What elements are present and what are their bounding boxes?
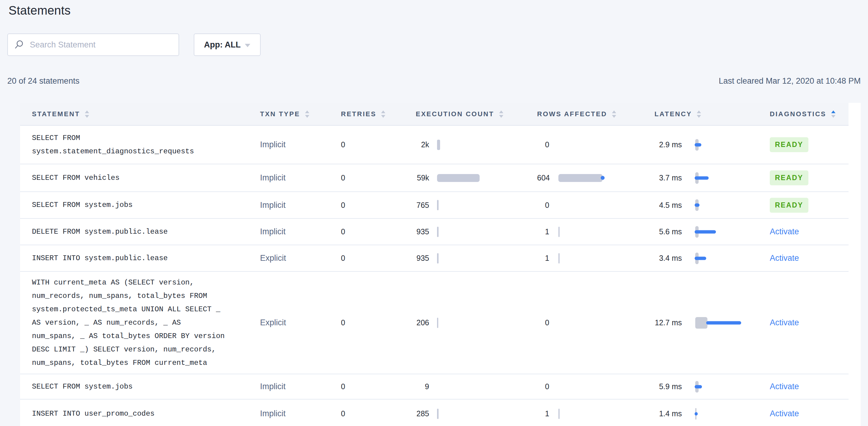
diagnostics-activate-link[interactable]: Activate <box>770 227 799 236</box>
column-header-execution-count[interactable]: EXECUTION COUNT <box>416 110 537 118</box>
latency-mean-bar <box>695 143 701 146</box>
rows-affected-cell: 0 <box>537 318 654 327</box>
column-header-rows-affected[interactable]: ROWS AFFECTED <box>537 110 654 118</box>
statements-page: Statements App: ALL 20 of 24 statements … <box>0 0 868 426</box>
latency-cell: 2.9 ms <box>654 138 770 152</box>
txn-type-cell: Implicit <box>260 227 341 237</box>
latency-value: 2.9 ms <box>654 140 682 149</box>
column-header-label: RETRIES <box>341 110 376 118</box>
execution-count-cell: 935 <box>416 227 537 237</box>
execution-count-bar <box>437 318 438 328</box>
latency-value: 3.7 ms <box>654 174 682 182</box>
diagnostics-cell: Activate <box>770 382 848 391</box>
execution-count-cell: 59k <box>416 174 537 182</box>
statement-text[interactable]: SELECT FROM system.statement_diagnostics… <box>32 131 226 158</box>
rows-affected-value: 0 <box>537 318 549 327</box>
sort-down-icon <box>697 115 701 118</box>
latency-cell: 1.4 ms <box>654 406 770 421</box>
rows-affected-bar <box>558 227 560 237</box>
statement-text[interactable]: SELECT FROM vehicles <box>32 171 120 185</box>
column-header-latency[interactable]: LATENCY <box>654 110 770 118</box>
search-statement-box[interactable] <box>7 33 179 56</box>
statement-cell: DELETE FROM system.public.lease <box>32 225 260 239</box>
latency-mean-bar <box>695 256 706 260</box>
retries-cell: 0 <box>341 409 416 418</box>
column-header-retries[interactable]: RETRIES <box>341 110 416 118</box>
statement-text[interactable]: SELECT FROM system.jobs <box>32 199 133 212</box>
retries-cell: 0 <box>341 174 416 182</box>
diagnostics-activate-link[interactable]: Activate <box>770 409 799 418</box>
latency-cell: 4.5 ms <box>654 198 770 212</box>
diagnostics-cell: Activate <box>770 318 848 327</box>
sort-arrows-icon <box>85 111 89 118</box>
statement-text[interactable]: INSERT INTO user_promo_codes <box>32 407 155 421</box>
sort-up-icon <box>85 111 89 113</box>
execution-count-value: 285 <box>416 409 429 418</box>
rows-affected-cell: 1 <box>537 253 654 264</box>
table-row: WITH current_meta AS (SELECT version, nu… <box>20 272 848 374</box>
execution-count-bar <box>437 253 439 264</box>
column-header-diagnostics[interactable]: DIAGNOSTICS <box>770 110 848 118</box>
txn-type-value: Implicit <box>260 201 286 210</box>
statement-text[interactable]: SELECT FROM system.jobs <box>32 380 133 393</box>
execution-count-bar <box>437 409 439 419</box>
search-input[interactable] <box>29 34 179 55</box>
column-header-txn-type[interactable]: TXN TYPE <box>260 110 341 118</box>
retries-value: 0 <box>341 227 345 236</box>
search-icon <box>14 39 24 50</box>
txn-type-cell: Implicit <box>260 409 341 418</box>
statement-text[interactable]: INSERT INTO system.public.lease <box>32 252 167 265</box>
diagnostics-cell: Activate <box>770 227 848 237</box>
diagnostics-ready-badge[interactable]: READY <box>770 137 808 152</box>
txn-type-value: Implicit <box>260 382 286 391</box>
txn-type-value: Implicit <box>260 140 286 149</box>
diagnostics-cell: Activate <box>770 253 848 263</box>
sort-arrows-icon <box>697 111 701 118</box>
rows-affected-cell: 0 <box>537 140 654 149</box>
table-row: INSERT INTO user_promo_codesImplicit0285… <box>20 399 848 426</box>
column-header-label: ROWS AFFECTED <box>537 110 607 118</box>
rows-affected-value: 1 <box>537 227 549 236</box>
diagnostics-ready-badge[interactable]: READY <box>770 171 808 185</box>
execution-count-bar <box>437 227 439 237</box>
latency-value: 5.9 ms <box>654 382 682 391</box>
rows-affected-value: 604 <box>537 174 549 182</box>
rows-affected-bar <box>558 409 560 419</box>
latency-cell: 5.6 ms <box>654 224 770 239</box>
latency-cell: 5.9 ms <box>654 379 770 394</box>
rows-affected-bar <box>558 253 560 264</box>
statement-text[interactable]: WITH current_meta AS (SELECT version, nu… <box>32 276 226 370</box>
diagnostics-activate-link[interactable]: Activate <box>770 253 799 263</box>
latency-barchart <box>695 315 744 330</box>
column-header-label: LATENCY <box>654 110 692 118</box>
rows-affected-bar <box>558 174 602 182</box>
latency-barchart <box>695 379 744 394</box>
retries-cell: 0 <box>341 382 416 391</box>
txn-type-value: Implicit <box>260 227 286 236</box>
toolbar: App: ALL <box>7 33 861 56</box>
diagnostics-cell: READY <box>770 137 848 152</box>
diagnostics-activate-link[interactable]: Activate <box>770 382 799 391</box>
app-filter-dropdown[interactable]: App: ALL <box>194 33 261 56</box>
diagnostics-activate-link[interactable]: Activate <box>770 318 799 327</box>
chevron-down-icon <box>245 44 250 47</box>
txn-type-cell: Explicit <box>260 318 341 327</box>
execution-count-value: 935 <box>416 254 429 263</box>
execution-count-cell: 9 <box>416 382 537 391</box>
retries-value: 0 <box>341 174 345 182</box>
sort-up-icon <box>831 111 835 113</box>
column-header-statement[interactable]: STATEMENT <box>32 110 260 118</box>
diagnostics-ready-badge[interactable]: READY <box>770 198 808 213</box>
latency-value: 1.4 ms <box>654 409 682 418</box>
txn-type-cell: Explicit <box>260 253 341 263</box>
execution-count-bar <box>437 174 479 182</box>
execution-count-bar <box>437 200 439 210</box>
sort-arrows-icon <box>612 111 616 118</box>
txn-type-value: Explicit <box>260 253 286 263</box>
statement-text[interactable]: DELETE FROM system.public.lease <box>32 225 167 239</box>
sort-up-icon <box>381 111 385 113</box>
txn-type-cell: Implicit <box>260 382 341 391</box>
column-header-label: EXECUTION COUNT <box>416 110 494 118</box>
column-header-label: DIAGNOSTICS <box>770 110 826 118</box>
latency-cell: 12.7 ms <box>654 315 770 330</box>
